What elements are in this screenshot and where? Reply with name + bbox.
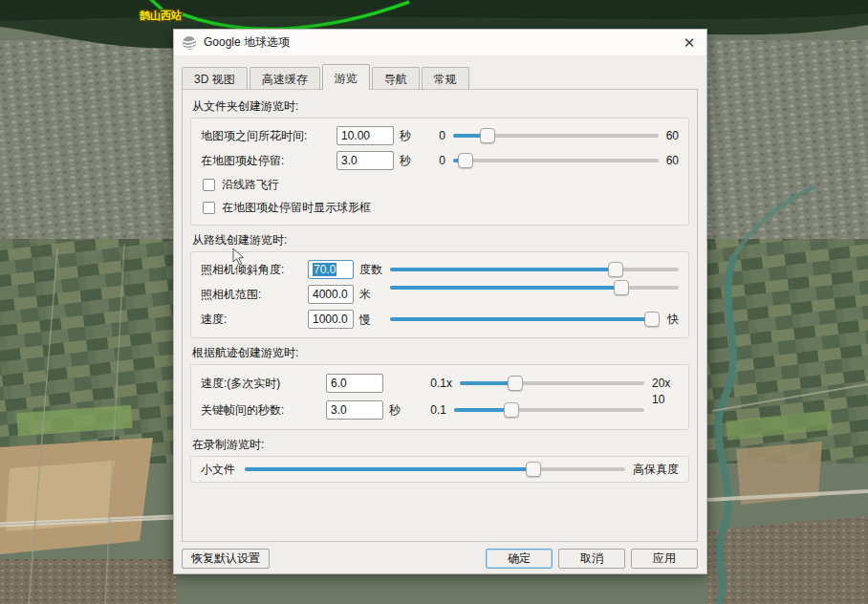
keyframe-seconds-max: 10 [652, 393, 679, 406]
dialog-title: Google 地球选项 [204, 34, 290, 51]
tab-touring[interactable]: 游览 [322, 64, 370, 90]
wait-at-slider[interactable] [453, 151, 659, 170]
section-heading-from-track: 根据航迹创建游览时: [192, 345, 689, 361]
slider-fill [390, 317, 652, 321]
google-earth-options-dialog: Google 地球选项 ✕ 3D 视图 高速缓存 游览 导航 常规 从文件夹创建… [173, 29, 707, 574]
tab-3d-view[interactable]: 3D 视图 [182, 67, 248, 90]
section-heading-from-line: 从路线创建游览时: [192, 232, 689, 248]
tour-speed-fast-label: 快 [667, 312, 679, 328]
google-earth-globe-icon [182, 35, 197, 51]
track-speed-min: 0.1x [416, 377, 452, 390]
time-between-unit: 秒 [400, 128, 424, 144]
camera-range-slider[interactable] [390, 278, 679, 297]
fly-along-lines-checkbox[interactable] [203, 179, 215, 191]
wait-at-input[interactable] [336, 151, 394, 170]
row-wait-at-features: 在地图项处停留: 秒 0 60 [201, 148, 679, 173]
keyframe-seconds-unit: 秒 [389, 402, 414, 419]
cancel-button[interactable]: 取消 [558, 549, 625, 569]
time-between-label: 地图项之间所花时间: [201, 128, 336, 144]
group-when-recording: 小文件 高保真度 [190, 456, 689, 483]
camera-tilt-slider[interactable] [390, 260, 679, 279]
section-heading-when-recording: 在录制游览时: [192, 437, 689, 453]
keyframe-seconds-slider[interactable] [454, 400, 644, 420]
dialog-titlebar[interactable]: Google 地球选项 ✕ [174, 30, 706, 56]
group-from-folder: 地图项之间所花时间: 秒 0 60 在地图项处停留: 秒 0 [190, 118, 689, 226]
track-speed-label: 速度:(多次实时) [201, 376, 326, 392]
wait-at-label: 在地图项处停留: [201, 153, 336, 169]
group-from-line: 照相机倾斜角度: 70.0 度数 照相机范围: 米 [190, 251, 689, 338]
dialog-footer: 恢复默认设置 确定 取消 应用 [182, 548, 698, 569]
slider-thumb[interactable] [508, 376, 523, 391]
slider-thumb[interactable] [458, 153, 473, 168]
tour-speed-slow-label: 慢 [359, 312, 384, 328]
track-speed-max: 20x [652, 377, 679, 390]
camera-range-unit: 米 [359, 287, 384, 303]
tour-speed-slider[interactable] [390, 310, 660, 329]
station-placemark-label: 鹊山西站 [139, 10, 182, 21]
camera-tilt-input[interactable]: 70.0 [308, 260, 354, 279]
apply-button[interactable]: 应用 [631, 549, 698, 569]
camera-range-label: 照相机范围: [201, 287, 308, 303]
slider-fill [390, 268, 616, 271]
keyframe-seconds-label: 关键帧间的秒数: [201, 402, 326, 419]
row-camera-range: 照相机范围: 米 [201, 282, 679, 307]
slider-thumb[interactable] [614, 280, 629, 295]
small-file-label: 小文件 [201, 462, 235, 478]
mouse-cursor [232, 248, 246, 267]
slider-thumb[interactable] [480, 128, 495, 143]
tab-navigation[interactable]: 导航 [372, 67, 420, 90]
high-fidelity-label: 高保真度 [633, 462, 679, 478]
close-icon[interactable]: ✕ [680, 33, 699, 53]
slider-thumb[interactable] [526, 462, 541, 477]
fly-along-lines-label: 沿线路飞行 [222, 177, 279, 193]
row-fly-along-lines: 沿线路飞行 [201, 173, 679, 196]
selected-text: 70.0 [313, 263, 336, 276]
tour-speed-input[interactable] [308, 310, 354, 329]
keyframe-seconds-min: 0.1 [416, 403, 446, 417]
slider-thumb[interactable] [644, 312, 660, 327]
wait-at-min: 0 [430, 154, 445, 167]
touring-tab-page: 从文件夹创建游览时: 地图项之间所花时间: 秒 0 60 在地图项处停留: 秒 … [182, 89, 698, 542]
slider-thumb[interactable] [504, 402, 519, 418]
tour-speed-label: 速度: [201, 312, 308, 328]
slider-thumb[interactable] [608, 262, 623, 277]
restore-defaults-button[interactable]: 恢复默认设置 [182, 549, 270, 569]
camera-tilt-unit: 度数 [359, 262, 384, 278]
tab-cache[interactable]: 高速缓存 [250, 67, 320, 90]
tab-general[interactable]: 常规 [422, 67, 469, 90]
row-recording-quality: 小文件 高保真度 [201, 459, 679, 480]
section-heading-from-folder: 从文件夹创建游览时: [192, 98, 689, 115]
slider-fill [245, 467, 533, 471]
time-between-input[interactable] [336, 126, 394, 145]
time-between-slider[interactable] [453, 126, 659, 145]
camera-range-input[interactable] [308, 285, 354, 304]
screen: { "map": { "station_label": "鹊山西站", "rou… [0, 0, 868, 604]
row-keyframe-seconds: 关键帧间的秒数: 秒 0.1 10 [201, 397, 679, 423]
slider-fill [454, 408, 511, 412]
camera-tilt-label: 照相机倾斜角度: [201, 262, 308, 278]
track-speed-input[interactable] [326, 374, 383, 393]
track-speed-slider[interactable] [460, 374, 644, 393]
time-between-min: 0 [430, 129, 445, 142]
group-from-track: 速度:(多次实时) 0.1x 20x 关键帧间的秒数: 秒 0.1 [190, 364, 689, 430]
ok-button[interactable]: 确定 [486, 549, 553, 569]
recording-quality-slider[interactable] [245, 460, 625, 479]
wait-at-unit: 秒 [400, 153, 424, 169]
time-between-max: 60 [666, 129, 679, 142]
tab-bar: 3D 视图 高速缓存 游览 导航 常规 [182, 65, 471, 90]
show-balloon-checkbox[interactable] [203, 202, 215, 214]
row-tour-speed: 速度: 慢 快 [201, 307, 679, 332]
show-balloon-label: 在地图项处停留时显示球形框 [222, 200, 371, 216]
row-time-between-features: 地图项之间所花时间: 秒 0 60 [201, 123, 679, 148]
slider-fill [390, 286, 621, 290]
row-track-speed: 速度:(多次实时) 0.1x 20x [201, 370, 679, 397]
wait-at-max: 60 [666, 154, 679, 167]
keyframe-seconds-input[interactable] [326, 400, 383, 420]
row-show-balloon: 在地图项处停留时显示球形框 [201, 196, 679, 219]
slider-track [453, 159, 659, 162]
